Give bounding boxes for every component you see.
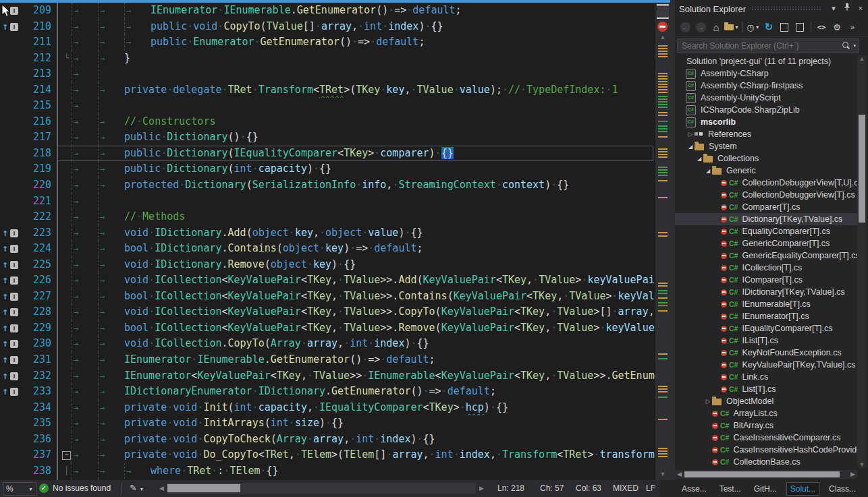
implements-interface-icon[interactable]: ↑I xyxy=(0,304,23,320)
home-button-icon[interactable]: ⌂ xyxy=(709,20,724,34)
pin-icon[interactable] xyxy=(841,3,853,15)
window-position-chevron-icon[interactable]: ▾ xyxy=(828,3,840,15)
close-icon[interactable]: × xyxy=(855,3,867,15)
toolbar-overflow-button-icon[interactable]: » xyxy=(845,20,860,34)
code-line[interactable]: ↑I223→→void·IDictionary.Add(object·key,·… xyxy=(0,225,655,241)
scroll-right-arrow-icon[interactable]: ▶ xyxy=(479,485,484,492)
collapsed-arrow-icon[interactable]: ▷ xyxy=(686,131,695,138)
expanded-arrow-icon[interactable]: ◢ xyxy=(686,144,695,150)
code-line[interactable]: 218→→public·Dictionary(IEqualityComparer… xyxy=(0,146,655,162)
tree-item[interactable]: C#Link.cs xyxy=(675,371,857,383)
tree-item[interactable]: ◢System xyxy=(675,140,857,152)
implements-interface-icon[interactable]: ↑I xyxy=(0,384,23,400)
implements-interface-icon[interactable]: ↑I xyxy=(0,320,23,337)
code-line[interactable]: 213→ xyxy=(0,66,655,82)
navigate-back-button-icon[interactable]: ← xyxy=(678,20,693,34)
tree-item[interactable]: C#Assembly-CSharp xyxy=(675,67,857,80)
expanded-arrow-icon[interactable]: ◢ xyxy=(695,156,703,162)
scroll-down-arrow-icon[interactable]: ▼ xyxy=(655,471,670,477)
tree-item[interactable]: C#Assembly-UnityScript xyxy=(675,92,857,104)
tree-item[interactable]: C#BitArray.cs xyxy=(675,419,857,432)
code-line[interactable]: 236→→private·void·CopyToCheck(Array·arra… xyxy=(0,432,655,448)
code-line[interactable]: 212└→→} xyxy=(0,51,655,67)
scroll-down-arrow-icon[interactable]: ▼ xyxy=(857,461,867,468)
tree-item[interactable]: C#mscorlib xyxy=(675,116,857,128)
navigate-forward-button-icon[interactable]: → xyxy=(693,20,708,34)
expanded-arrow-icon[interactable]: ◢ xyxy=(704,168,712,174)
tree-item[interactable]: ▷References xyxy=(675,128,857,140)
formatting-pen-icon[interactable]: ✎ ▼ xyxy=(130,483,144,493)
scroll-left-arrow-icon[interactable]: ◀ xyxy=(677,471,682,477)
tree-item[interactable]: C#GenericComparer[T].cs xyxy=(675,237,857,250)
panel-tab[interactable]: Class... xyxy=(825,483,859,495)
tree-item[interactable]: C#GenericEqualityComparer[T].cs xyxy=(675,250,857,262)
panel-tab[interactable]: GitH... xyxy=(751,483,780,495)
implements-interface-icon[interactable]: ↑I xyxy=(0,352,23,368)
panel-tab[interactable]: Test... xyxy=(716,483,744,495)
tree-item[interactable]: C#IEnumerable[T].cs xyxy=(675,298,857,310)
collapse-region-icon[interactable]: − xyxy=(62,451,71,460)
code-line[interactable]: 215→ xyxy=(0,98,655,114)
code-line[interactable]: 219→→public·Dictionary(int·capacity)·{} xyxy=(0,161,655,177)
implements-interface-icon[interactable]: ↑I xyxy=(0,257,23,273)
tree-item[interactable]: C#ICSharpCode.SharpZipLib xyxy=(675,104,857,116)
tree-item[interactable]: C#CollectionDebuggerView[T].cs xyxy=(675,189,857,201)
editor-splitter-handle-icon[interactable] xyxy=(657,4,669,19)
view-code-button-icon[interactable]: <> xyxy=(814,20,829,34)
code-line[interactable]: 237−→→private·void·Do_CopyTo<TRet,·TElem… xyxy=(0,447,655,463)
code-line[interactable]: 216→→//·Constructors xyxy=(0,114,655,130)
search-options-chevron-icon[interactable]: ▾ xyxy=(850,43,859,49)
implements-interface-icon[interactable]: ↑I xyxy=(0,368,23,384)
tree-item[interactable]: C#IEqualityComparer[T].cs xyxy=(675,322,857,334)
tree-item[interactable]: C#EqualityComparer[T].cs xyxy=(675,225,857,237)
collapsed-arrow-icon[interactable]: ▷ xyxy=(704,398,712,405)
code-line[interactable]: 235→→private·void·InitArrays(int·size)·{… xyxy=(0,415,655,432)
code-line[interactable]: ↑I233→→IDictionaryEnumerator·IDictionary… xyxy=(0,384,655,400)
fold-margin[interactable]: − xyxy=(61,447,72,463)
zoom-combo[interactable]: % ▼ xyxy=(3,482,36,496)
tree-horizontal-scrollbar[interactable]: ◀ ▶ xyxy=(675,470,857,479)
scroll-up-arrow-icon[interactable]: ▲ xyxy=(857,55,867,62)
scroll-up-arrow-icon[interactable]: ▲ xyxy=(655,34,670,40)
tree-item[interactable]: ◢Generic xyxy=(675,165,857,177)
panel-tab[interactable]: Asse... xyxy=(678,483,710,495)
tree-item[interactable]: Solution 'project-gui' (11 of 11 project… xyxy=(675,55,857,67)
panel-tab[interactable]: Solut... xyxy=(786,482,819,496)
implements-interface-icon[interactable]: ↑I xyxy=(0,336,23,352)
code-line[interactable]: ↑I210→→→public·void·CopyTo(TValue[]·arra… xyxy=(0,19,655,35)
tree-item[interactable]: C#Dictionary[TKey,TValue].cs xyxy=(675,213,857,225)
tree-item[interactable]: C#KeyNotFoundException.cs xyxy=(675,347,857,359)
tree-item[interactable]: C#Comparer[T].cs xyxy=(675,201,857,213)
tree-item[interactable]: C#CollectionBase.cs xyxy=(675,456,857,468)
implements-interface-icon[interactable]: ↑I xyxy=(0,272,23,289)
code-line[interactable]: 222→→//·Methods xyxy=(0,209,655,225)
code-line[interactable]: ↑I229→→bool·ICollection<KeyValuePair<TKe… xyxy=(0,320,655,337)
scroll-left-arrow-icon[interactable]: ◀ xyxy=(159,485,164,492)
scrollbar-thumb[interactable] xyxy=(167,484,240,492)
collapse-all-button-icon[interactable] xyxy=(777,20,792,34)
panel-splitter[interactable] xyxy=(670,0,675,480)
code-line[interactable]: 238│→→→where·TRet·:·TElem·{} xyxy=(0,463,655,479)
pending-changes-filter-button-icon[interactable]: ◷▼ xyxy=(746,20,761,34)
code-editor[interactable]: ↑I209→→→IEnumerator·IEnumerable.GetEnume… xyxy=(0,0,670,480)
editor-horizontal-scrollbar[interactable] xyxy=(167,483,476,494)
code-line[interactable]: 211→→→public·Enumerator·GetEnumerator()·… xyxy=(0,34,655,51)
code-line[interactable]: 220→→protected·Dictionary(SerializationI… xyxy=(0,177,655,194)
code-line[interactable]: ↑I225→→void·IDictionary.Remove(object·ke… xyxy=(0,257,655,273)
panel-tab[interactable]: Tea... xyxy=(865,483,868,495)
implements-interface-icon[interactable]: ↑I xyxy=(0,19,23,35)
implements-interface-icon[interactable]: ↑I xyxy=(0,289,23,305)
code-line[interactable]: 217→→public·Dictionary()·{} xyxy=(0,129,655,146)
tree-item[interactable]: C#IEnumerator[T].cs xyxy=(675,310,857,322)
tree-item[interactable]: C#IDictionary[TKey,TValue].cs xyxy=(675,286,857,298)
sync-with-active-document-button-icon[interactable]: ▼ xyxy=(724,20,739,34)
tree-item[interactable]: C#CaseInsensitiveHashCodeProvider.cs xyxy=(675,444,857,456)
code-line[interactable]: ↑I209→→→IEnumerator·IEnumerable.GetEnume… xyxy=(0,3,655,19)
tree-item[interactable]: C#ICollection[T].cs xyxy=(675,262,857,274)
refresh-button-icon[interactable]: ↻ xyxy=(761,20,776,34)
tree-item[interactable]: C#KeyValuePair[TKey,TValue].cs xyxy=(675,359,857,371)
search-icon[interactable] xyxy=(841,41,850,51)
editor-vertical-scrollbar[interactable]: ▲ ▼ xyxy=(655,3,670,480)
tree-item[interactable]: C#CollectionDebuggerView[T,U].cs xyxy=(675,177,857,189)
code-line[interactable]: ↑I228→→void·ICollection<KeyValuePair<TKe… xyxy=(0,304,655,320)
